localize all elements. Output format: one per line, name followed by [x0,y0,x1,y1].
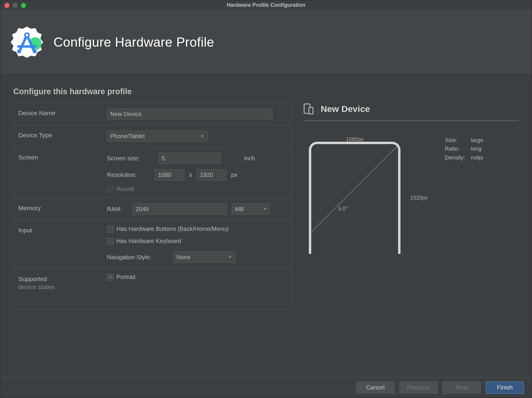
ram-unit-select[interactable]: MB ▼ [232,203,270,215]
finish-button[interactable]: Finish [486,381,524,394]
spec-ratio-value: long [471,146,481,152]
preview-device-name: New Device [321,104,370,114]
screen-size-unit: inch [244,155,255,162]
resolution-unit: px [231,172,237,178]
input-label: Input [18,226,107,234]
screen-label: Screen [18,153,107,161]
spec-ratio-key: Ratio: [445,144,471,153]
section-subtitle: Configure this hardware profile [13,87,532,96]
device-pair-icon [303,103,315,115]
portrait-checkbox[interactable] [107,274,113,280]
screen-size-input[interactable] [158,153,220,164]
chevron-down-icon: ▼ [201,134,204,138]
round-checkbox [107,186,113,193]
nav-style-select[interactable]: None ▼ [173,252,235,263]
device-type-value: Phone/Tablet [110,133,145,140]
svg-line-9 [312,146,398,231]
chevron-down-icon: ▼ [228,255,232,259]
spec-density-value: mdpi [471,154,483,161]
supported-label-2: device states [18,283,107,291]
preview-panel: New Device 1080px 1920px 5.0" Size: [303,103,519,309]
svg-point-6 [33,49,37,53]
window-title: Hardware Profile Configuration [0,2,532,8]
form-panel: Device Name Device Type Phone/Tablet ▼ S… [13,103,291,309]
device-name-input[interactable] [107,108,273,120]
hw-buttons-checkbox[interactable] [107,226,113,232]
preview-height-label: 1920px [410,195,428,201]
device-type-label: Device Type [18,131,107,139]
chevron-down-icon: ▼ [263,207,267,211]
next-button: Next [442,381,481,394]
nav-style-label: Navigation Style: [107,254,168,261]
ram-input[interactable] [132,203,227,215]
round-label: Round [116,186,134,193]
android-studio-icon [9,25,45,60]
device-name-label: Device Name [18,108,107,117]
footer: Cancel Previous Next Finish [0,377,532,398]
banner-heading: Configure Hardware Profile [53,35,214,50]
previous-button: Previous [399,381,438,394]
memory-label: Memory [18,203,107,212]
portrait-label: Portrait [116,274,135,280]
banner: Configure Hardware Profile [0,10,532,75]
ram-unit-value: MB [235,206,244,213]
svg-point-5 [17,49,21,53]
supported-label-1: Supported [18,275,107,283]
hw-keyboard-checkbox[interactable] [107,238,113,244]
spec-size-key: Size: [445,136,471,144]
ram-label: RAM: [107,206,128,213]
hw-buttons-label: Has Hardware Buttons (Back/Home/Menu) [116,226,228,232]
nav-style-value: None [176,254,191,261]
resolution-separator: x [189,172,192,178]
spec-size-value: large [471,137,483,143]
hw-keyboard-label: Has Hardware Keyboard [116,238,181,244]
titlebar: Hardware Profile Configuration [0,0,532,10]
spec-density-key: Density: [445,153,471,162]
screen-size-label: Screen size: [107,155,154,162]
resolution-width-input[interactable] [155,169,184,180]
resolution-label: Resolution: [107,172,150,178]
device-type-select[interactable]: Phone/Tablet ▼ [107,131,207,142]
svg-rect-8 [309,107,313,114]
svg-point-4 [26,34,28,36]
preview-diagonal-label: 5.0" [338,206,347,212]
cancel-button[interactable]: Cancel [356,381,395,394]
resolution-height-input[interactable] [197,169,226,180]
